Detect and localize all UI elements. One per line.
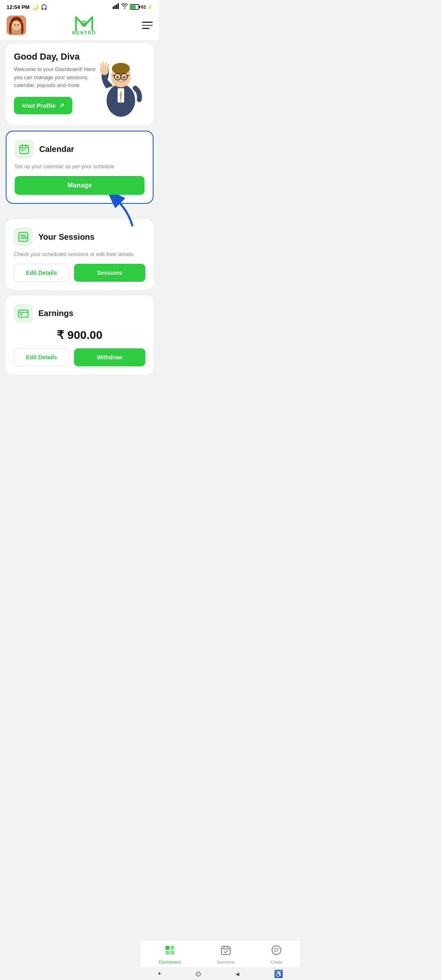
svg-line-32 bbox=[106, 63, 106, 67]
earnings-card-header: Earnings bbox=[14, 304, 145, 323]
mascot-area bbox=[96, 51, 145, 117]
svg-point-10 bbox=[14, 24, 16, 26]
sessions-btn-row: Edit Details Sessions bbox=[14, 264, 145, 282]
sessions-title: Your Sessions bbox=[38, 232, 94, 242]
avatar[interactable] bbox=[7, 16, 26, 35]
welcome-description: Welcome to your Dashboard! Here you can … bbox=[14, 65, 96, 89]
svg-rect-47 bbox=[20, 314, 22, 315]
hamburger-menu[interactable] bbox=[142, 22, 153, 29]
earnings-icon bbox=[14, 304, 33, 323]
visit-profile-label: Visit Profile bbox=[22, 102, 56, 109]
signal-icon bbox=[113, 3, 119, 11]
svg-line-30 bbox=[100, 64, 102, 67]
svg-rect-1 bbox=[114, 5, 116, 9]
logo-svg bbox=[75, 16, 93, 31]
svg-rect-5 bbox=[130, 5, 136, 9]
svg-point-13 bbox=[83, 22, 85, 24]
app-logo: MENTRO bbox=[72, 16, 96, 35]
svg-point-28 bbox=[123, 76, 125, 78]
welcome-card: Good Day, Diva Welcome to your Dashboard… bbox=[6, 43, 154, 125]
external-link-icon: ↗ bbox=[59, 102, 64, 109]
svg-rect-3 bbox=[118, 3, 119, 9]
avatar-image bbox=[7, 16, 26, 35]
battery-icon: 61 ⚡ bbox=[130, 4, 153, 10]
calendar-title: Calendar bbox=[39, 145, 74, 154]
sessions-edit-details-button[interactable]: Edit Details bbox=[14, 264, 69, 282]
welcome-text-area: Good Day, Diva Welcome to your Dashboard… bbox=[14, 51, 96, 114]
mascot-illustration bbox=[96, 51, 145, 117]
calendar-icon bbox=[15, 140, 33, 158]
svg-point-11 bbox=[18, 24, 19, 26]
time: 12:54 PM bbox=[7, 4, 29, 10]
sessions-description: Check your scheduled sessions or edit th… bbox=[14, 251, 145, 257]
visit-profile-button[interactable]: Visit Profile ↗ bbox=[14, 97, 72, 114]
moon-icon: 🌙 bbox=[32, 4, 38, 10]
svg-rect-6 bbox=[139, 6, 140, 8]
svg-point-21 bbox=[112, 63, 130, 74]
earnings-title: Earnings bbox=[38, 309, 74, 318]
manage-button[interactable]: Manage bbox=[15, 176, 145, 195]
svg-point-27 bbox=[117, 76, 119, 78]
earnings-edit-details-button[interactable]: Edit Details bbox=[14, 348, 69, 366]
withdraw-button[interactable]: Withdraw bbox=[74, 348, 145, 366]
svg-line-33 bbox=[107, 65, 109, 68]
sessions-button[interactable]: Sessions bbox=[74, 264, 145, 282]
svg-point-9 bbox=[12, 20, 21, 30]
earnings-btn-row: Edit Details Withdraw bbox=[14, 348, 145, 366]
calendar-card: Calendar Set up your calendar as per you… bbox=[6, 131, 154, 204]
sessions-card: Your Sessions Check your scheduled sessi… bbox=[6, 219, 154, 290]
earnings-amount: ₹ 900.00 bbox=[14, 328, 145, 342]
sessions-card-header: Your Sessions bbox=[14, 227, 145, 246]
svg-rect-38 bbox=[22, 149, 23, 151]
calendar-description: Set up your calendar as per your schedul… bbox=[15, 163, 145, 169]
svg-rect-0 bbox=[113, 7, 114, 9]
calendar-card-header: Calendar bbox=[15, 140, 145, 158]
main-content: Good Day, Diva Welcome to your Dashboard… bbox=[0, 40, 159, 429]
app-header: MENTRO bbox=[0, 12, 159, 40]
svg-rect-45 bbox=[18, 310, 28, 317]
svg-rect-2 bbox=[116, 4, 117, 9]
status-left: 12:54 PM 🌙 🎧 bbox=[7, 4, 47, 10]
svg-rect-39 bbox=[24, 149, 26, 151]
sessions-icon bbox=[14, 227, 33, 246]
logo-label: MENTRO bbox=[72, 30, 96, 35]
welcome-title: Good Day, Diva bbox=[14, 51, 96, 62]
svg-line-31 bbox=[103, 62, 104, 66]
wifi-icon bbox=[121, 3, 128, 11]
status-right: 61 ⚡ bbox=[113, 3, 153, 11]
headphone-icon: 🎧 bbox=[41, 4, 47, 10]
status-bar: 12:54 PM 🌙 🎧 bbox=[0, 0, 159, 12]
earnings-card: Earnings ₹ 900.00 Edit Details Withdraw bbox=[6, 296, 154, 374]
